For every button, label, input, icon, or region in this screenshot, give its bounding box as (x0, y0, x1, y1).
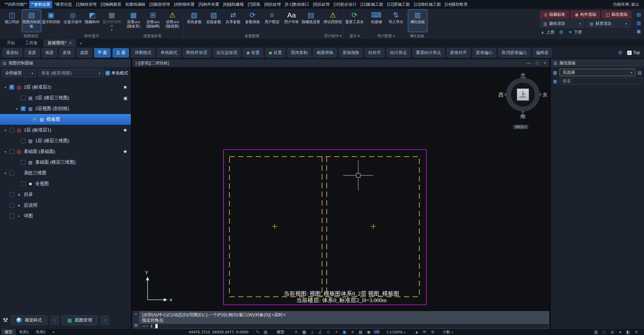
menu-item[interactable]: [7]荷载 (246, 1, 262, 8)
menu-item[interactable]: [3]截面管理 (147, 1, 172, 8)
straight-beam-button[interactable]: 直梁 (24, 48, 40, 57)
workspace-gear-icon[interactable]: ⚙ (429, 330, 436, 334)
annotation-visibility-icon[interactable]: ▲ (413, 330, 420, 334)
compass-west-label[interactable]: 西 (498, 92, 503, 98)
material-render-dropdown[interactable]: ▨ 材质渲染 ▾ (586, 20, 631, 27)
selection-dropdown[interactable]: 无选择 (559, 69, 635, 76)
tree-checkbox[interactable] (21, 138, 25, 143)
menu-item[interactable]: [10]初步设计 (332, 1, 359, 8)
layout-preview-icon[interactable]: ▤ (262, 330, 269, 334)
tree-row-panel-icon[interactable]: ▣ (123, 96, 127, 101)
show-selected-only-button[interactable]: ◎ 仅显示选中 (63, 9, 83, 32)
tree-row[interactable]: ▾ ▤ 1层 (标准层1) ★ (0, 125, 131, 135)
compass-top-face[interactable]: 上 (517, 89, 529, 101)
wcs-selector[interactable]: WCS▾ (513, 125, 528, 129)
customize-icon[interactable]: ≡ (633, 330, 640, 334)
object-snap-icon[interactable]: ▣ (341, 330, 348, 334)
vertical-column-button[interactable]: 垂直柱 (3, 48, 22, 57)
drawing-canvas[interactable]: [-][俯视][二维线框] — □ × Y ✕ 当前 (132, 59, 549, 310)
quick-properties-icon[interactable]: ▥ (592, 330, 600, 334)
base-map-expand-button[interactable]: ↑ (100, 316, 109, 325)
tree-row[interactable]: ▾ 系统三维图 (0, 168, 131, 178)
offset-value-button[interactable]: 偏移值 (533, 48, 552, 57)
toolbar-settings-gear-icon[interactable]: ⚙ (618, 50, 622, 56)
tree-row[interactable]: ▦ 2层 (楼层三维图) ▣ (0, 93, 131, 103)
user-font-button[interactable]: Aa 用户字体 (282, 9, 301, 32)
transparency-icon[interactable]: ▨ (357, 330, 364, 334)
units-button[interactable]: 小数 (440, 330, 455, 335)
send-back-button[interactable]: ▣ 后置 (265, 48, 285, 57)
elevation-view-button[interactable]: 立 面 (113, 48, 129, 57)
arc-beam-button[interactable]: 弧梁 (42, 48, 57, 57)
command-input[interactable]: z (150, 324, 152, 328)
tree-row[interactable]: ▪ 详图 (0, 211, 131, 221)
layout-tab[interactable]: 模型 (1, 329, 16, 335)
tools-icon[interactable]: ⚒ (3, 317, 8, 324)
isometric-draft-icon[interactable]: ◇ (325, 330, 332, 334)
list-view-icon[interactable]: ▤ (637, 70, 642, 75)
minimize-icon[interactable]: — (527, 61, 531, 65)
tree-checkbox[interactable] (9, 128, 14, 132)
system-params-button[interactable]: ▧ 系统参数 (184, 9, 204, 32)
bring-front-button[interactable]: ▣ 前置 (243, 48, 263, 57)
layer-settings-gear-icon[interactable]: ⚙ (559, 29, 564, 35)
rigid-bar-widen-button[interactable]: 刚性杆加宽 (183, 48, 211, 57)
hardware-accel-icon[interactable]: ● (616, 330, 624, 334)
drawing-viewport[interactable]: Y ✕ 当前视图: 视图_模板图体系0_2层 视图_模板图 当前楼层: 体系0_… (132, 67, 549, 310)
property-search-input[interactable]: 搜索 (559, 78, 642, 85)
menu-item[interactable]: [1]轴线管理 (74, 1, 99, 8)
tree-row[interactable]: ▦ 1层 (楼层三维图) (0, 135, 131, 146)
tree-checkbox[interactable] (21, 106, 25, 111)
command-input-row[interactable]: ▭▾ z (140, 324, 549, 329)
top-view-checkbox[interactable]: Top (627, 50, 640, 55)
tree-checkbox[interactable] (21, 160, 25, 165)
command-close-icon[interactable]: × (135, 312, 137, 317)
beam-wall-align-button[interactable]: 梁墙对齐 (447, 48, 470, 57)
tree-checkbox[interactable] (9, 203, 14, 208)
layout-tab[interactable]: 布局1 (16, 329, 32, 335)
compass-south-label[interactable]: 南 (498, 113, 548, 120)
annotate-pen-icon[interactable]: ✎ (254, 330, 261, 334)
level-params-button[interactable]: ▨ 层级参数 (204, 9, 223, 32)
visual-style-expand-button[interactable]: ↑ (50, 316, 59, 325)
document-tab[interactable]: + (77, 40, 85, 47)
shared-params-button[interactable]: ⇄ 共享参数 (223, 9, 243, 32)
menu-item[interactable]: 轮廓线编辑 (123, 1, 147, 8)
upper-layer-button[interactable]: ▲ 上层 (541, 30, 554, 35)
lineweight-icon[interactable]: ≡ (349, 330, 356, 334)
floor-filter-dropdown[interactable]: 全部楼层 (2, 69, 36, 77)
menu-item[interactable]: [5]构件布置 (197, 1, 221, 8)
menu-item[interactable]: [11]板施工图 (359, 1, 385, 8)
edge-panel-toggle-icon-2[interactable]: ▥ (637, 20, 641, 25)
command-customize-wrench-icon[interactable]: ⚒ (134, 323, 138, 328)
autoscale-icon[interactable]: ⟳ (421, 330, 428, 334)
tree-checkbox[interactable] (9, 214, 14, 218)
beam-wall-offset-button[interactable]: 梁墙偏心 (473, 48, 496, 57)
document-tab[interactable]: 开始 (2, 39, 20, 47)
tree-row[interactable]: ▾ ▤ 基础面 (基础面) ★ (0, 146, 131, 157)
menu-item[interactable]: [9]后处理 (311, 1, 331, 8)
favorite-star-icon[interactable]: ★ (123, 127, 127, 133)
navigation-compass[interactable]: 北 西 东 南 上 WCS▾ (498, 72, 548, 131)
menu-item[interactable]: [2]轴网裁剪 (99, 1, 123, 8)
tree-row[interactable]: ● 目录 (0, 189, 131, 200)
set-ucs-grid-button[interactable]: ⊞ 设置ucs (随轴网) (143, 9, 163, 32)
function-layout-label[interactable]: 功能布局: 默认 (613, 2, 641, 7)
layout-tab[interactable]: + (49, 329, 58, 335)
menu-item[interactable]: [4]智能布置 (172, 1, 197, 8)
single-select-checkbox[interactable]: 单选模式 (105, 70, 129, 76)
hide-label-button[interactable]: ◎ 隐藏标签 (540, 11, 569, 18)
reset-column-calc-point-button[interactable]: 重置柱计算点 (413, 48, 444, 57)
model-space-button[interactable]: 模型 (274, 330, 287, 335)
view-control-panel-button[interactable]: ▤ 视图控制面板 (22, 9, 41, 32)
compass-east-label[interactable]: 东 (542, 92, 547, 98)
cancel-beam-wall-offset-button[interactable]: 取消梁墙偏心 (498, 48, 530, 57)
tree-expander-icon[interactable]: ▾ (15, 107, 19, 111)
lock-ui-icon[interactable]: □ (600, 330, 608, 334)
menu-item[interactable]: *楼层信息 (52, 1, 74, 8)
inter-layer-copy-button[interactable]: 层间复制 (287, 48, 311, 57)
tree-row[interactable]: ■ 全视图 (0, 178, 131, 189)
property-panel-button[interactable]: ▥ 属性面板 (408, 9, 427, 32)
tree-checkbox[interactable] (21, 96, 25, 100)
favorite-star-icon[interactable]: ★ (123, 149, 127, 155)
